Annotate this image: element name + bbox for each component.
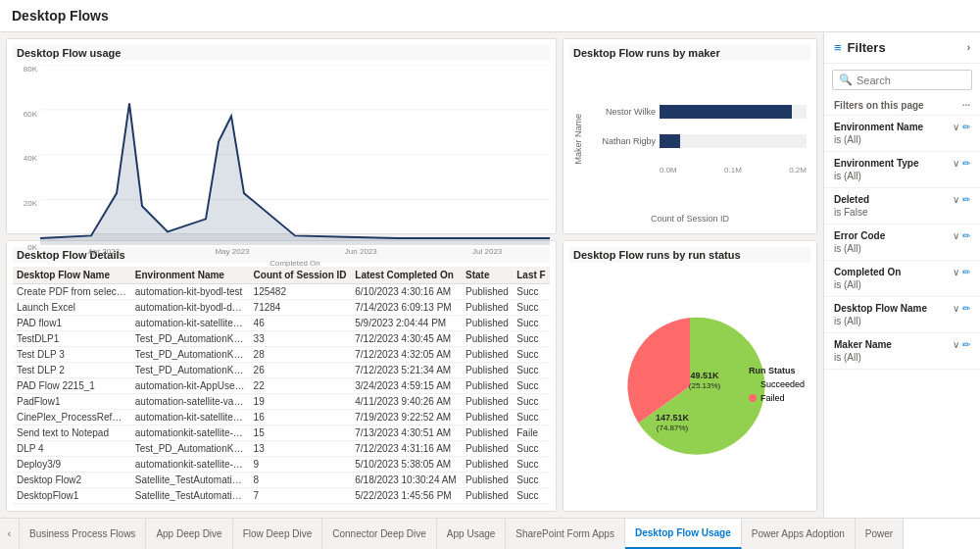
table-cell-3: 5/9/2023 2:04:44 PM [351,316,462,331]
table-cell-0: Test DLP 3 [13,347,131,363]
table-cell-3: 5/22/2023 1:45:56 PM [351,488,462,504]
search-box[interactable]: 🔍 [832,70,972,90]
tab-app-deep-dive[interactable]: App Deep Dive [146,519,232,549]
maker-bar-2 [660,134,680,148]
table-cell-3: 6/10/2023 4:30:16 AM [351,284,462,300]
filter-item-3[interactable]: Error Code∨✏is (All) [824,225,980,261]
table-cell-1: Test_PD_AutomationKit_Satellite [131,363,250,378]
svg-marker-5 [40,103,550,244]
tab-power-apps-adoption[interactable]: Power Apps Adoption [742,519,856,549]
table-cell-1: automation-kit-byodl-demo [131,300,250,316]
pie-succeeded-label: 147.51K [656,413,690,423]
table-row: Desktop Flow2Satellite_TestAutomationKIT… [13,473,550,488]
tab-app-usage[interactable]: App Usage [437,519,506,549]
filter-value-6: is (All) [834,352,970,363]
filter-icons-6: ∨✏ [953,339,970,350]
table-cell-5: Succ [513,331,550,347]
pie-legend: Run Status Succeeded Failed [749,366,805,407]
page-title: Desktop Flows [0,0,980,32]
table-cell-0: Send text to Notepad [13,425,131,441]
tab-sharepoint-form-apps[interactable]: SharePoint Form Apps [506,519,625,549]
table-cell-2: 33 [250,331,352,347]
bottom-row: Desktop Flow Details Desktop Flow Name E… [6,240,817,512]
table-cell-4: Published [462,331,513,347]
table-row: Deploy3/9automationkit-satellite-dev95/1… [13,457,550,473]
table-cell-2: 15 [250,425,352,441]
table-cell-1: automation-satellite-validation [131,394,250,410]
tab-desktop-flow-usage[interactable]: Desktop Flow Usage [625,519,742,549]
table-cell-1: automation-kit-satellite-dev [131,504,250,506]
table-row: Create PDF from selected PDF page(s) - C… [13,284,550,300]
table-cell-5: Succ [513,284,550,300]
table-cell-0: Desktop Flow2 [13,473,131,488]
tab-flow-deep-dive[interactable]: Flow Deep Dive [233,519,323,549]
table-cell-0: PAD Flow 2215_1 [13,378,131,394]
filter-item-header-6: Maker Name∨✏ [834,339,970,350]
tab-connector-deep-dive[interactable]: Connector Deep Dive [322,519,437,549]
filter-label-0: Environment Name [834,122,923,132]
filter-item-header-1: Environment Type∨✏ [834,158,970,169]
filter-item-5[interactable]: Desktop Flow Name∨✏is (All) [824,297,980,333]
usage-line-chart [40,65,550,245]
legend-title: Run Status [749,366,805,375]
table-cell-2: 7 [250,488,352,504]
tab-power[interactable]: Power [856,519,904,549]
table-cell-5: Succ [513,347,550,363]
tabs-bar: ‹ Business Process FlowsApp Deep DiveFlo… [0,518,980,549]
table-row: Test DLP 2Test_PD_AutomationKit_Satellit… [13,363,550,378]
table-cell-3: 7/13/2023 4:30:51 AM [351,425,462,441]
table-cell-5: Faile [513,425,550,441]
filter-item-2[interactable]: Deleted∨✏is False [824,188,980,225]
table-cell-3: 7/12/2023 5:21:34 AM [351,363,462,378]
table-cell-0: PadFlow1 [13,394,131,410]
chevron-down-icon: ∨ [953,122,959,132]
filter-icons-2: ∨✏ [953,194,970,205]
table-cell-1: automationkit-satellite-dev [131,457,250,473]
edit-icon: ✏ [962,339,970,350]
filter-item-4[interactable]: Completed On∨✏is (All) [824,261,980,297]
filter-label-2: Deleted [834,194,869,205]
filter-value-0: is (All) [834,134,970,145]
search-input[interactable] [857,75,965,86]
table-cell-3: 5/10/2023 12:10:50 PM [351,504,462,506]
table-cell-3: 6/18/2023 10:30:24 AM [351,473,462,488]
filter-item-6[interactable]: Maker Name∨✏is (All) [824,333,980,370]
table-cell-4: Published [462,410,513,425]
table-cell-5: Succ [513,441,550,457]
tabs-prev-btn[interactable]: ‹ [0,519,20,549]
table-cell-1: Satellite_TestAutomationKIT [131,473,250,488]
edit-icon: ✏ [962,267,970,277]
table-row: PAD flow1automation-kit-satellite-dev465… [13,316,550,331]
pie-failed-label: 49.51K [690,371,719,380]
x-axis: Apr 2023 May 2023 Jun 2023 Jul 2023 [40,245,550,259]
table-cell-2: 46 [250,316,352,331]
table-cell-1: automation-kit-AppUserCreation [131,378,250,394]
table-cell-3: 7/14/2023 6:09:13 PM [351,300,462,316]
filter-item-1[interactable]: Environment Type∨✏is (All) [824,152,980,188]
table-cell-2: 22 [250,378,352,394]
table-cell-1: automation-kit-byodl-test [131,284,250,300]
table-cell-2: 19 [250,394,352,410]
tab-business-process-flows[interactable]: Business Process Flows [20,519,146,549]
filter-item-0[interactable]: Environment Name∨✏is (All) [824,116,980,152]
filter-item-header-4: Completed On∨✏ [834,267,970,277]
filter-icons-5: ∨✏ [953,303,970,314]
table-cell-2: 8 [250,473,352,488]
table-row: DesktopFlow1Satellite_TestAutomationKIT7… [13,488,550,504]
table-cell-2: 9 [250,457,352,473]
filter-icon: ≡ [834,40,842,55]
table-cell-4: Published [462,488,513,504]
table-cell-0: Create PDF from selected PDF page(s) - C… [13,284,131,300]
col-latest-completed: Latest Completed On [351,267,462,284]
table-cell-1: Test_PD_AutomationKit_Satellite [131,331,250,347]
table-cell-4: Published [462,300,513,316]
col-flow-name: Desktop Flow Name [13,267,131,284]
col-env-name: Environment Name [131,267,250,284]
filter-value-2: is False [834,207,970,218]
filter-label-4: Completed On [834,267,901,277]
table-cell-2: 71284 [250,300,352,316]
usage-chart-wrapper: 80K 60K 40K 20K 0K [13,65,550,268]
filters-close-icon[interactable]: › [967,42,970,53]
details-table-container[interactable]: Desktop Flow Name Environment Name Count… [13,267,550,505]
col-session-count: Count of Session ID [250,267,352,284]
